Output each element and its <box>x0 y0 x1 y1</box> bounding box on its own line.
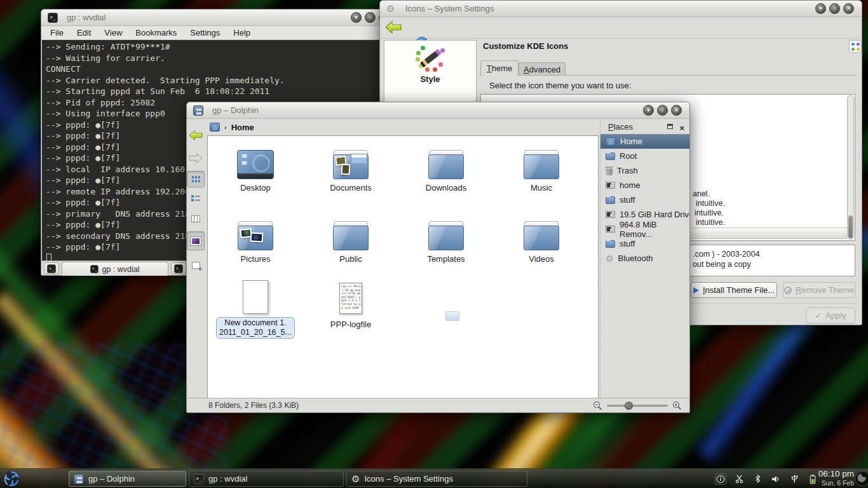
folder-view[interactable]: Desktop Documents Downloads Music <box>207 135 599 399</box>
konsole-titlebar[interactable]: >_ gp : wvdial ▾ ○ ✕ <box>41 10 396 26</box>
no-entry-icon <box>784 287 792 294</box>
list-item[interactable]: Jan 17 09:47:18 gp-Aspire-5738 pppd[1946… <box>306 277 395 329</box>
konsole-title: gp : wvdial <box>67 13 105 22</box>
detach-panel-icon[interactable] <box>667 124 673 129</box>
remove-theme-button[interactable]: Remove Theme <box>783 282 855 298</box>
back-arrow-icon[interactable] <box>385 20 402 34</box>
columns-view-button[interactable] <box>187 210 205 227</box>
tab-list-button[interactable]: >_ <box>171 262 186 274</box>
menu-bookmarks[interactable]: Bookmarks <box>135 28 177 37</box>
terminal-tab-label: gp : wvdial <box>102 265 139 274</box>
digital-clock[interactable]: 06:10 pm Sun, 6 Feb <box>818 470 854 487</box>
list-item[interactable]: Downloads <box>402 141 491 193</box>
split-view-button[interactable] <box>187 257 205 273</box>
removable-drive-icon <box>606 226 615 233</box>
icons-view-button[interactable] <box>187 171 205 187</box>
places-item-bluetooth[interactable]: ⚙Bluetooth <box>600 251 689 266</box>
minimize-button[interactable]: ▾ <box>351 12 362 23</box>
list-scrollbar[interactable] <box>847 95 854 240</box>
gear-icon: ⚙ <box>606 254 614 263</box>
close-button[interactable]: ✕ <box>843 3 854 14</box>
dolphin-titlebar[interactable]: gp – Dolphin ▾ ○ ✕ <box>187 102 689 119</box>
forward-button[interactable] <box>187 148 205 168</box>
breadcrumb-home[interactable]: Home <box>231 123 254 132</box>
places-item-root[interactable]: Root <box>600 149 689 163</box>
terminal-tab[interactable]: >_ gp : wvdial <box>62 262 168 276</box>
home-icon[interactable]: ⌂ <box>210 123 220 132</box>
task-dolphin[interactable]: gp – Dolphin <box>69 471 186 487</box>
install-theme-button[interactable]: Install Theme File... <box>691 282 777 298</box>
sidebar-item-label: Style <box>384 74 476 84</box>
tab-theme[interactable]: Theme <box>480 60 519 76</box>
maximize-button[interactable]: ○ <box>657 105 668 116</box>
trash-icon <box>606 166 613 175</box>
volume-icon[interactable] <box>770 473 782 485</box>
battery-icon[interactable] <box>807 473 818 485</box>
klipper-scissors-icon[interactable] <box>733 473 745 485</box>
places-item-trash[interactable]: Trash <box>600 163 689 178</box>
taskbar: gp – Dolphin >_ gp : wvdial ⚙ Icons – Sy… <box>0 468 868 488</box>
list-item[interactable]: Videos <box>497 212 586 264</box>
new-tab-button[interactable]: >_ <box>44 262 59 274</box>
bluetooth-icon[interactable] <box>752 473 763 485</box>
desktop-folder-icon <box>237 150 274 179</box>
minimize-button[interactable]: ▾ <box>643 105 654 116</box>
list-item[interactable]: Music <box>497 141 586 193</box>
list-item[interactable]: Public <box>306 212 395 264</box>
plasma-cashew-icon[interactable] <box>855 471 868 487</box>
apply-button[interactable]: ✓ Apply <box>806 308 855 323</box>
usb-device-icon[interactable] <box>789 473 800 485</box>
logfile-icon: Jan 17 09:47:18 gp-Aspire-5738 pppd[1946… <box>339 283 362 314</box>
maximize-button[interactable]: ○ <box>365 12 376 23</box>
zoom-out-icon[interactable] <box>593 401 602 410</box>
places-item-stuff2[interactable]: stuff <box>600 236 689 251</box>
places-header: Places × <box>600 120 689 134</box>
details-view-icon <box>191 195 200 201</box>
places-item-home[interactable]: ⌂Home <box>600 134 689 149</box>
module-grid-icon[interactable] <box>849 40 862 53</box>
desktop: >_ gp : wvdial ▾ ○ ✕ File Edit View Book… <box>0 0 868 488</box>
list-item[interactable]: Templates <box>402 212 491 264</box>
zoom-slider[interactable] <box>607 400 668 410</box>
info-tray-icon[interactable] <box>715 473 726 485</box>
preview-button[interactable] <box>187 231 205 250</box>
menu-edit[interactable]: Edit <box>77 28 91 37</box>
list-item-selected[interactable]: New document 1. 2011_01_20_16_5... <box>211 274 300 339</box>
settings-titlebar[interactable]: ⚙ Icons – System Settings ▾ ○ ✕ <box>380 1 862 17</box>
pardus-logo-icon <box>3 470 20 487</box>
folder-icon <box>428 221 464 250</box>
places-panel: Places × ⌂Home Root Trash home stuff 19.… <box>600 119 689 399</box>
places-item-home-drive[interactable]: home <box>600 178 689 193</box>
places-item-stuff[interactable]: stuff <box>600 193 689 207</box>
terminal-icon: >_ <box>47 264 56 273</box>
minimize-button[interactable]: ▾ <box>815 3 826 14</box>
konsole-menubar: File Edit View Bookmarks Settings Help <box>41 26 396 40</box>
folder-icon <box>606 196 615 204</box>
split-view-icon <box>192 262 200 269</box>
home-icon: ⌂ <box>606 137 616 146</box>
close-button[interactable]: ✕ <box>671 105 682 116</box>
places-item-removable[interactable]: 964.8 MiB Remov... <box>600 222 689 236</box>
back-button[interactable] <box>187 125 205 146</box>
launcher-button[interactable] <box>2 470 21 487</box>
task-konsole[interactable]: >_ gp : wvdial <box>189 471 344 487</box>
close-panel-icon[interactable]: × <box>679 121 684 135</box>
zoom-in-icon[interactable] <box>672 401 682 410</box>
menu-help[interactable]: Help <box>233 28 250 37</box>
list-item[interactable]: Desktop <box>211 141 300 193</box>
menu-file[interactable]: File <box>50 28 64 37</box>
terminal-icon: >_ <box>194 474 204 484</box>
details-view-button[interactable] <box>187 190 205 207</box>
tab-advanced[interactable]: Advanced <box>519 62 566 76</box>
task-system-settings[interactable]: ⚙ Icons – System Settings <box>346 471 527 487</box>
slider-handle[interactable] <box>625 402 633 410</box>
menu-view[interactable]: View <box>104 28 122 37</box>
clock-time: 06:10 pm <box>818 470 854 478</box>
maximize-button[interactable]: ○ <box>829 3 840 14</box>
list-item[interactable]: Documents <box>306 141 395 193</box>
menu-settings[interactable]: Settings <box>190 28 220 37</box>
scrollbar-thumb[interactable] <box>848 215 853 238</box>
blank-document-icon <box>243 280 268 314</box>
list-item[interactable]: Pictures <box>211 212 300 264</box>
sidebar-item-style[interactable]: Style <box>384 44 476 84</box>
